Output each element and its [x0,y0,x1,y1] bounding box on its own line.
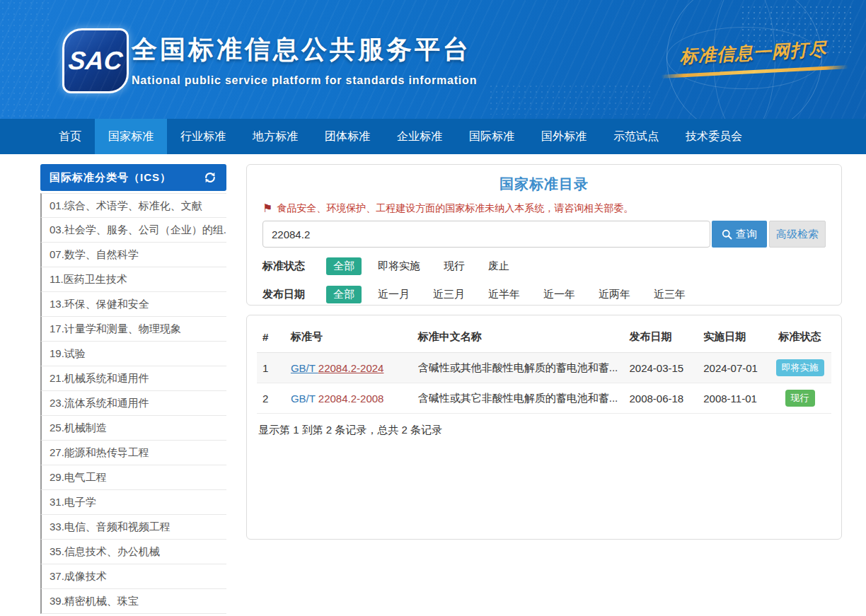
brand-block: 全国标准信息公共服务平台 National public service pla… [132,33,477,87]
nav-item-9[interactable]: 技术委员会 [672,119,756,154]
filter-label: 标准状态 [262,260,308,273]
implement-date: 2008-11-01 [698,383,768,414]
advanced-search-button[interactable]: 高级检索 [769,221,826,248]
sac-logo-box: SAC [62,28,129,93]
ics-category-item[interactable]: 39.精密机械、珠宝 [40,589,226,614]
slogan-underline-decoration [661,65,848,79]
ics-category-item[interactable]: 11.医药卫生技术 [40,267,226,292]
filter-option[interactable]: 全部 [326,286,362,303]
ics-sidebar-header: 国际标准分类号（ICS） [40,164,226,191]
ics-category-item[interactable]: 33.电信、音频和视频工程 [40,515,226,540]
dot-pattern-decoration [488,83,651,115]
results-table: #标准号标准中文名称发布日期实施日期标准状态 1GB/T 22084.2-202… [257,321,831,414]
page-title: 国家标准目录 [262,175,826,194]
status-cell: 即将实施 [768,353,831,383]
publish-date: 2024-03-15 [623,353,698,383]
ics-category-item[interactable]: 03.社会学、服务、公司（企业）的组... [40,218,226,243]
search-input[interactable] [262,221,710,248]
table-header-cell: 标准中文名称 [412,321,624,353]
standard-code-cell: GB/T 22084.2-2024 [285,353,412,383]
flag-icon: ⚑ [262,203,272,214]
nav-item-5[interactable]: 企业标准 [383,119,456,154]
ics-category-item[interactable]: 01.综合、术语学、标准化、文献 [40,193,226,218]
table-header-row: #标准号标准中文名称发布日期实施日期标准状态 [257,321,831,353]
ics-category-item[interactable]: 17.计量学和测量、物理现象 [40,317,226,342]
slogan-text: 标准信息一网打尽 [664,36,842,69]
filter-option[interactable]: 即将实施 [371,257,427,275]
filter-option[interactable]: 近两年 [591,286,637,303]
filter-option[interactable]: 全部 [326,257,362,275]
main-nav: 首页国家标准行业标准地方标准团体标准企业标准国际标准国外标准示范试点技术委员会 [0,119,866,154]
ics-category-item[interactable]: 21.机械系统和通用件 [40,366,226,391]
ics-category-item[interactable]: 29.电气工程 [40,465,226,490]
standard-code-link[interactable]: GB/T 22084.2-2024 [291,362,384,374]
filter-option[interactable]: 近三月 [426,286,472,303]
row-index: 1 [257,353,285,383]
site-header: SAC 全国标准信息公共服务平台 National public service… [0,0,866,119]
filter-option[interactable]: 近半年 [481,286,527,303]
table-header-cell: # [257,321,285,353]
table-row: 2GB/T 22084.2-2008含碱性或其它非酸性电解质的蓄电池和蓄...2… [257,383,831,414]
ics-category-item[interactable]: 23.流体系统和通用件 [40,391,226,416]
implement-date: 2024-07-01 [698,353,768,383]
nav-item-3[interactable]: 地方标准 [239,119,311,154]
status-badge: 即将实施 [776,359,824,376]
ics-category-item[interactable]: 25.机械制造 [40,416,226,441]
ics-category-item[interactable]: 37.成像技术 [40,564,226,589]
ics-category-item[interactable]: 13.环保、保健和安全 [40,292,226,317]
ics-category-list: 01.综合、术语学、标准化、文献03.社会学、服务、公司（企业）的组...07.… [40,193,226,614]
standard-code-number: 22084.2-2024 [318,362,384,374]
ics-category-item[interactable]: 07.数学、自然科学 [40,243,226,267]
filter-row-0: 标准状态全部即将实施现行废止 [262,256,826,276]
table-row: 1GB/T 22084.2-2024含碱性或其他非酸性电解质的蓄电池和蓄...2… [257,353,831,383]
filter-option[interactable]: 废止 [481,257,516,275]
nav-item-1[interactable]: 国家标准 [95,119,167,154]
ics-category-item[interactable]: 27.能源和热传导工程 [40,441,226,465]
table-header-cell: 标准号 [285,321,412,353]
sac-logo-text: SAC [67,46,124,76]
table-header-cell: 发布日期 [623,321,698,353]
table-header-cell: 实施日期 [698,321,768,353]
results-summary: 显示第 1 到第 2 条记录，总共 2 条记录 [258,424,831,437]
status-badge: 现行 [785,390,815,407]
slogan-block: 标准信息一网打尽 [664,36,843,78]
filters-block: 标准状态全部即将实施现行废止发布日期全部近一月近三月近半年近一年近两年近三年 [262,256,826,304]
ics-category-item[interactable]: 31.电子学 [40,490,226,515]
ics-sidebar: 国际标准分类号（ICS） 01.综合、术语学、标准化、文献03.社会学、服务、公… [40,164,226,614]
standard-name: 含碱性或其它非酸性电解质的蓄电池和蓄... [412,383,624,414]
nav-item-6[interactable]: 国际标准 [456,119,528,154]
filter-label: 发布日期 [262,288,308,301]
ics-category-item[interactable]: 35.信息技术、办公机械 [40,540,226,564]
query-button-label: 查询 [736,228,757,241]
filter-option[interactable]: 现行 [437,257,472,275]
site-title: 全国标准信息公共服务平台 [132,33,477,67]
site-subtitle: National public service platform for sta… [132,74,477,87]
nav-item-4[interactable]: 团体标准 [311,119,383,154]
notice-text: 食品安全、环境保护、工程建设方面的国家标准未纳入本系统，请咨询相关部委。 [277,202,633,215]
filter-option[interactable]: 近三年 [647,286,693,303]
status-cell: 现行 [768,383,831,414]
filter-row-1: 发布日期全部近一月近三月近半年近一年近两年近三年 [262,284,826,304]
table-header-cell: 标准状态 [768,321,831,353]
search-panel: 国家标准目录 ⚑ 食品安全、环境保护、工程建设方面的国家标准未纳入本系统，请咨询… [246,164,842,306]
nav-item-7[interactable]: 国外标准 [528,119,600,154]
filter-option[interactable]: 近一月 [371,286,417,303]
nav-item-0[interactable]: 首页 [45,119,95,154]
ics-category-item[interactable]: 19.试验 [40,342,226,366]
nav-item-2[interactable]: 行业标准 [167,119,239,154]
nav-item-8[interactable]: 示范试点 [600,119,672,154]
refresh-icon[interactable] [203,170,217,185]
sac-logo[interactable]: SAC [62,28,129,93]
query-button[interactable]: 查询 [712,221,767,248]
standard-code-link[interactable]: GB/T 22084.2-2008 [291,393,384,405]
standard-code-number: 22084.2-2008 [318,393,384,405]
standard-name: 含碱性或其他非酸性电解质的蓄电池和蓄... [412,353,624,383]
filter-option[interactable]: 近一年 [536,286,582,303]
standard-code-prefix: GB/T [291,362,318,374]
ics-sidebar-title: 国际标准分类号（ICS） [50,171,171,185]
search-row: 查询 高级检索 [262,221,826,248]
row-index: 2 [257,383,285,414]
search-icon [722,229,732,240]
dot-pattern-decoration [0,0,50,119]
globe-decoration [666,0,822,119]
